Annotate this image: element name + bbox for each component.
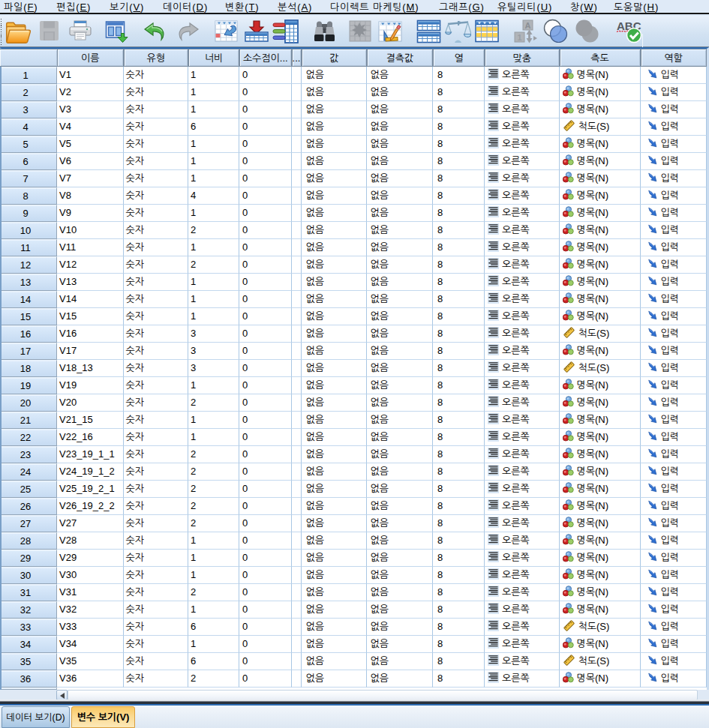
svg-text:A: A — [525, 21, 531, 30]
svg-text:1: 1 — [517, 33, 521, 42]
